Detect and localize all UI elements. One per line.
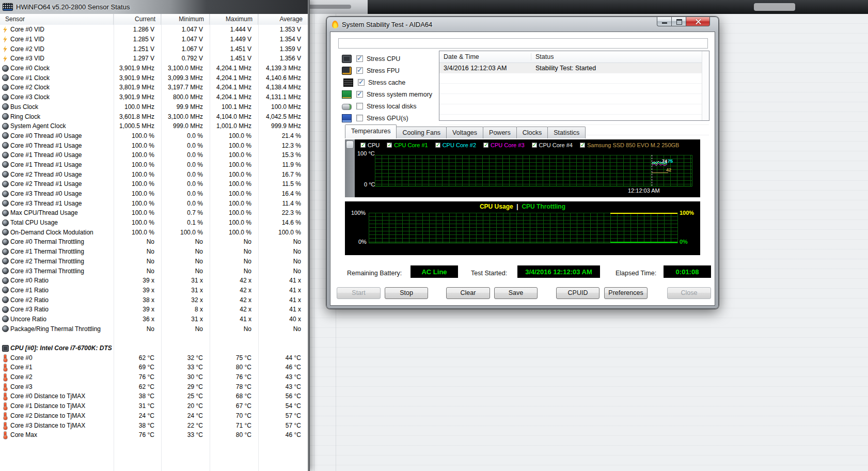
graph-scrollbar-thumb[interactable] [346,140,354,149]
log-scrollbar-area[interactable] [702,51,709,120]
table-row[interactable]: Core #362 °C29 °C78 °C43 °C [0,382,308,391]
table-row[interactable]: Core #1 Distance to TjMAX31 °C20 °C67 °C… [0,401,308,411]
sensor-value: 100.0 % [160,229,209,236]
close-button[interactable] [686,17,710,26]
checkbox-stress-gpu-s[interactable] [356,115,363,121]
legend-checkbox[interactable] [580,143,585,148]
table-row[interactable]: Core #3 Clock3,901.9 MHz800.0 MHz4,204.1… [0,92,308,102]
table-row[interactable]: System Agent Clock1,000.5 MHz999.0 MHz1,… [0,121,308,131]
tab-voltages[interactable]: Voltages [446,127,483,138]
preferences-button[interactable]: Preferences [604,287,648,299]
tab-powers[interactable]: Powers [483,127,517,138]
table-row[interactable]: Core #0 VID1.286 V1.047 V1.444 V1.353 V [0,25,308,35]
notes-textbox[interactable] [338,38,708,49]
legend-item-cpu-core-4[interactable]: CPU Core #4 [532,142,573,148]
checkbox-stress-local-disks[interactable] [356,103,363,109]
clear-button[interactable]: Clear [446,287,490,299]
table-row[interactable]: Core #1 Thermal ThrottlingNoNoNoNo [0,247,308,257]
table-row[interactable]: Core #1 Clock3,901.9 MHz3,099.3 MHz4,204… [0,73,308,83]
table-row[interactable]: Core #1 VID1.285 V1.047 V1.449 V1.354 V [0,35,308,44]
column-header-sensor[interactable]: Sensor [0,14,114,25]
stress-option-stress-cache[interactable]: Stress cache [342,76,440,88]
table-row[interactable]: Core #2 Ratio38 x32 x42 x41 x [0,295,308,305]
legend-item-samsung-ssd-850-evo-m-2-250gb[interactable]: Samsung SSD 850 EVO M.2 250GB [580,142,680,148]
legend-item-cpu-core-3[interactable]: CPU Core #3 [483,142,524,148]
table-row[interactable]: Core #0 Distance to TjMAX38 °C25 °C68 °C… [0,391,308,401]
column-header-current[interactable]: Current [114,14,161,25]
legend-item-cpu-core-2[interactable]: CPU Core #2 [435,142,476,148]
stress-option-stress-gpu-s[interactable]: Stress GPU(s) [342,112,440,124]
table-row[interactable]: Ring Clock3,601.8 MHz3,100.0 MHz4,104.0 … [0,112,308,121]
checkbox-stress-cache[interactable] [358,79,365,86]
table-row[interactable]: Core #3 Distance to TjMAX38 °C22 °C71 °C… [0,420,308,430]
minimize-button[interactable] [657,17,672,26]
table-row[interactable]: Core #3 Thread #1 Usage100.0 %0.0 %100.0… [0,198,308,208]
log-column-status[interactable]: Status [531,53,709,60]
table-row[interactable]: Core #0 Ratio39 x31 x42 x41 x [0,276,308,286]
graph-timestamp: 12:12:03 AM [628,187,660,194]
table-row[interactable]: Core #2 Clock3,801.9 MHz3,197.7 MHz4,204… [0,83,308,92]
table-row[interactable]: Core #2 VID1.251 V1.067 V1.451 V1.359 V [0,44,308,54]
stress-option-stress-local-disks[interactable]: Stress local disks [342,100,440,112]
table-row[interactable]: Core #0 Thread #1 Usage100.0 %0.0 %100.0… [0,140,308,150]
table-row[interactable]: Core #1 Thread #0 Usage100.0 %0.0 %100.0… [0,150,308,160]
table-row[interactable]: Bus Clock100.0 MHz99.9 MHz100.1 MHz100.0… [0,102,308,112]
table-row[interactable]: Core #2 Distance to TjMAX24 °C24 °C70 °C… [0,411,308,421]
legend-item-cpu-core-1[interactable]: CPU Core #1 [387,142,428,148]
checkbox-stress-cpu[interactable] [356,55,363,62]
table-row[interactable]: On-Demand Clock Modulation100.0 %100.0 %… [0,227,308,237]
table-row[interactable]: Uncore Ratio36 x31 x41 x40 x [0,315,308,324]
table-row[interactable]: Total CPU Usage100.0 %0.1 %100.0 %14.6 % [0,218,308,228]
close-button[interactable]: Close [667,287,711,299]
table-row[interactable]: Core #2 Thread #0 Usage100.0 %0.0 %100.0… [0,169,308,179]
table-row[interactable]: Core Max76 °C33 °C80 °C46 °C [0,430,308,440]
table-row[interactable]: Max CPU/Thread Usage100.0 %0.7 %100.0 %2… [0,208,308,218]
table-row[interactable]: Core #3 Ratio39 x8 x42 x41 x [0,305,308,315]
legend-label: CPU [368,142,380,148]
cpuid-button[interactable]: CPUID [556,287,599,299]
table-row[interactable]: Core #2 Thermal ThrottlingNoNoNoNo [0,257,308,266]
column-header-minimum[interactable]: Minimum [161,14,210,25]
table-row[interactable]: Core #0 Clock3,901.9 MHz3,100.0 MHz4,204… [0,64,308,73]
tab-cooling-fans[interactable]: Cooling Fans [396,127,447,138]
column-header-maximum[interactable]: Maximum [210,14,258,25]
stress-option-stress-system-memory[interactable]: Stress system memory [342,88,440,100]
table-row[interactable]: Package/Ring Thermal ThrottlingNoNoNoNo [0,324,308,334]
log-column-datetime[interactable]: Date & Time [439,53,531,60]
table-row[interactable]: Core #0 Thermal ThrottlingNoNoNoNo [0,237,308,247]
table-row[interactable]: Core #3 Thread #0 Usage100.0 %0.0 %100.0… [0,189,308,199]
table-row[interactable]: Core #276 °C30 °C76 °C43 °C [0,372,308,382]
log-entry-row[interactable]: 3/4/2016 12:12:03 AMStability Test: Star… [439,63,709,73]
table-row[interactable]: Core #2 Thread #1 Usage100.0 %0.0 %100.0… [0,179,308,189]
tab-clocks[interactable]: Clocks [516,127,548,138]
table-row[interactable]: Core #062 °C32 °C75 °C44 °C [0,353,308,363]
start-button[interactable]: Start [337,287,381,299]
table-row[interactable]: Core #1 Ratio39 x31 x42 x41 x [0,286,308,295]
stress-option-stress-fpu[interactable]: Stress FPU [342,65,440,76]
sensor-value: 76 °C [113,431,160,438]
graph-scrollbar-track[interactable] [345,139,355,197]
checkbox-stress-fpu[interactable] [356,67,363,74]
legend-checkbox[interactable] [387,143,392,148]
checkbox-stress-system-memory[interactable] [356,91,363,98]
legend-checkbox[interactable] [483,143,488,148]
table-row[interactable]: CPU [#0]: Intel Core i7-6700K: DTS [0,343,308,353]
table-row[interactable]: Core #3 Thermal ThrottlingNoNoNoNo [0,266,308,276]
table-row[interactable]: Core #169 °C33 °C80 °C46 °C [0,363,308,372]
legend-checkbox[interactable] [435,143,440,148]
save-button[interactable]: Save [494,287,538,299]
sensor-value: 100.0 % [113,180,160,187]
tab-statistics[interactable]: Statistics [547,127,586,138]
table-row[interactable]: Core #1 Thread #1 Usage100.0 %0.0 %100.0… [0,160,308,170]
tab-temperatures[interactable]: Temperatures [345,124,397,138]
stop-button[interactable]: Stop [385,287,428,299]
stress-option-stress-cpu[interactable]: Stress CPU [342,53,440,65]
legend-item-cpu[interactable]: CPU [360,142,380,148]
legend-checkbox[interactable] [532,143,537,148]
hwinfo-titlebar[interactable]: HWiNFO64 v5.20-2800 Sensor Status [0,0,310,14]
column-header-average[interactable]: Average [258,14,308,25]
table-row[interactable]: Core #0 Thread #0 Usage100.0 %0.0 %100.0… [0,131,308,141]
legend-checkbox[interactable] [360,143,366,148]
table-row[interactable]: Core #3 VID1.297 V0.792 V1.451 V1.356 V [0,54,308,64]
maximize-button[interactable] [672,17,686,26]
